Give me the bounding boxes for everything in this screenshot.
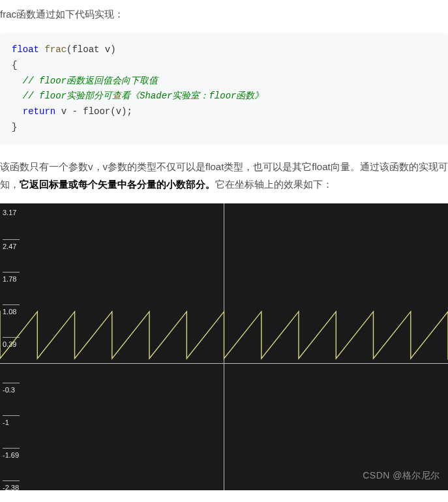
intro-paragraph: frac函数通过如下代码实现： xyxy=(0,5,448,23)
para2-bold: 它返回标量或每个矢量中各分量的小数部分。 xyxy=(20,179,215,190)
code-comment-2: // floor实验部分可查看《Shader实验室：floor函数》 xyxy=(23,91,264,101)
description-paragraph: 该函数只有一个参数v，v参数的类型不仅可以是float类型，也可以是其它floa… xyxy=(0,158,448,193)
return-line: return v - floor(v); xyxy=(23,106,132,117)
sawtooth-plot xyxy=(0,203,448,490)
code-comment-1: // floor函数返回值会向下取值 xyxy=(23,76,158,86)
code-line-1: float frac(float v) xyxy=(12,44,116,55)
chart: 3.17 2.47 1.78 1.08 0.39 -0.3 -1 -1.69 -… xyxy=(0,203,448,490)
para2-c: 它在坐标轴上的效果如下： xyxy=(215,179,333,190)
brace-close: } xyxy=(12,122,17,132)
keyword-type: float xyxy=(12,44,39,55)
function-name: frac xyxy=(44,44,67,55)
keyword-return: return xyxy=(23,106,55,117)
return-body: v - floor(v); xyxy=(55,106,132,117)
watermark-text: CSDN @格尔尼尔 xyxy=(363,467,440,484)
code-block: float frac(float v) { // floor函数返回值会向下取值… xyxy=(0,33,448,145)
brace-open: { xyxy=(12,60,17,70)
params: (float v) xyxy=(67,44,116,55)
